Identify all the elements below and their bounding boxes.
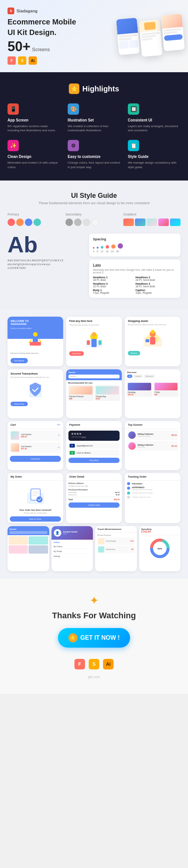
sp-dot-16 — [106, 245, 109, 249]
hero-subtitle: UI Kit Design. — [8, 28, 180, 37]
hero-tools: F S Ai — [8, 56, 180, 65]
svg-point-0 — [33, 332, 38, 337]
pay-now-btn[interactable]: Pay Now — [68, 458, 120, 463]
alphabet-upper: ABCDEFGHIJKLMNOPQRSTUVWXYZ — [8, 259, 83, 262]
figma-icon: F — [8, 56, 16, 65]
app-screen-label: App Screen — [8, 118, 60, 122]
discover-title: Discover — [127, 371, 178, 373]
siamart-screen: Siamart — [8, 526, 49, 571]
gradient-1 — [123, 219, 134, 226]
thanks-sketch-icon: S — [89, 659, 99, 669]
seller-row-1: Selling Collection Fashion & Lifestyle $… — [127, 430, 178, 440]
tracking-title: Tracking Order — [128, 475, 177, 478]
secure-btn[interactable]: Secure Pay — [11, 402, 28, 406]
style-guide-main: Ab ABCDEFGHIJKLMNOPQRSTUVWXYZ abcdefghij… — [8, 234, 180, 298]
gradient-4 — [158, 219, 169, 226]
payment-screen: Payment **** **** **** 8942 — [66, 421, 122, 470]
sp-dot-4 — [93, 247, 94, 249]
back-to-home-btn[interactable]: Back to Home — [10, 516, 61, 522]
donut-chart: 50% — [149, 537, 171, 560]
account-screen: 👤 Anabel Smith Seller Follow My Orders M… — [52, 526, 93, 571]
shopping-title: Shopping easier — [128, 320, 177, 322]
swatch-blue — [25, 219, 32, 226]
app-screens-section: WELCOME TOSIADAGANG Find your favorite f… — [0, 309, 188, 579]
order-detail-screen: Order Detail Delivery Address 123 Main S… — [66, 473, 122, 523]
style-label: Style Guide — [128, 155, 180, 159]
highlights-header: ⭐ Highlights — [8, 83, 180, 94]
body-1: Body 1 17px, Regular — [93, 289, 134, 294]
welcome-screen: WELCOME TOSIADAGANG Find your favorite f… — [8, 317, 63, 366]
spacing-numbers: 4 8 12 16 24 48 — [93, 250, 177, 253]
cta-button[interactable]: ⭐ GET IT NOW ! — [58, 628, 130, 648]
illustrator-icon: Ai — [29, 56, 37, 65]
seller-title: Top Gunner — [128, 423, 177, 426]
gradient-3 — [147, 219, 157, 226]
shopping-illustration — [143, 328, 163, 349]
screens-row-5: Siamart 👤 Anabel Smith Seller — [8, 526, 180, 571]
cta-star-icon: ⭐ — [68, 633, 77, 642]
travel-item-1: Travel Package $120 — [97, 537, 135, 545]
thanks-title: Thanks For Watching — [8, 611, 180, 621]
svg-rect-10 — [99, 340, 102, 345]
big-ab: Ab — [8, 234, 83, 256]
welcome-illustration — [26, 331, 45, 350]
track-step-3: Package delivered to Surabaya — [127, 492, 178, 495]
svg-text:50%: 50% — [158, 548, 162, 550]
screens-row-4: My Order Your order — [8, 473, 180, 523]
font-desc: Minimally and free font from Google font… — [93, 269, 177, 274]
secondary-swatches — [65, 219, 116, 226]
svg-point-7 — [92, 332, 96, 337]
svg-point-23 — [36, 496, 42, 502]
style-guide-subtitle: These fundamental elements form our visu… — [8, 201, 180, 205]
consistent-label: Consistent UI — [128, 118, 180, 122]
head-1: Headlines 1 28 Pt, Bold — [93, 276, 134, 281]
get-started-btn[interactable]: Get Started — [11, 358, 28, 363]
checkout-btn[interactable]: Checkout — [10, 456, 61, 462]
account-avatar: 👤 — [54, 529, 61, 537]
cash-option[interactable]: $ Cash on delivery — [68, 450, 120, 456]
track-step-4: Package received by carrier — [127, 496, 178, 499]
cart-screen: Cart Edit Cali Fashion $83.00 × — [8, 421, 63, 470]
screens-label: Screens — [32, 47, 50, 52]
seller-screen: Top Gunner Selling Collection Fashion & … — [125, 421, 180, 470]
highlight-app-screen: 📱 App Screen 50+ Application screens mad… — [8, 103, 60, 132]
clean-label: Clean Design — [8, 155, 60, 159]
alphabet-lower: abcdefghijklmnopqrstuvwxyz — [8, 263, 83, 266]
numbers: 1234567890 — [8, 267, 83, 269]
illustration-label: Illustration Set — [68, 118, 120, 122]
highlight-customize: ⚙ Easy to customize Change colors, font,… — [68, 140, 120, 169]
paypal-option[interactable]: P paypal@gmail.com — [68, 443, 120, 449]
spending-amount: £742.00 — [141, 530, 179, 533]
typography-section: Ab ABCDEFGHIJKLMNOPQRSTUVWXYZ abcdefghij… — [8, 234, 83, 298]
swatch-red — [8, 219, 15, 226]
screens-row-1: WELCOME TOSIADAGANG Find your favorite f… — [8, 317, 180, 366]
brand-icon: S — [8, 8, 14, 14]
screens-number: 50+ — [8, 40, 30, 53]
swatch-teal — [33, 219, 41, 226]
product-2: Orange Bag $159 — [95, 385, 120, 401]
illustration-icon: 🎨 — [68, 103, 79, 115]
sp-dot-24 — [111, 244, 115, 249]
seller-row-2: Selling Collection Best Seller $47.00 — [127, 441, 178, 451]
confirm-order-btn[interactable]: Confirm Order — [68, 502, 120, 508]
payment-title: Payment — [69, 423, 119, 426]
gradient-label: Gradient — [123, 212, 180, 216]
sp-dot-48 — [118, 243, 123, 249]
shop-now-btn[interactable]: Shop Now — [69, 351, 84, 356]
cart-title: Cart — [11, 423, 16, 426]
app-screen-desc: 50+ Application screens made including f… — [8, 124, 60, 132]
travel-item-2: Hotel Booking $89 — [97, 546, 135, 553]
head-2: Headlines 2 24 Pt, Semi Bold — [135, 276, 177, 281]
customize-desc: Change colors, font, layout and content … — [68, 161, 120, 169]
headlines-grid: Headlines 1 28 Pt, Bold Headlines 2 24 P… — [93, 276, 177, 294]
gradient-5 — [170, 219, 180, 226]
find-illustration — [84, 328, 105, 349]
track-step-2: HAPPENINGS Package received at Surabaya — [127, 486, 178, 490]
highlight-clean: ✨ Clean Design Minimalist and modern UI … — [8, 140, 60, 169]
browse-btn[interactable]: Browse — [128, 351, 140, 355]
thanks-star: ✦ — [8, 594, 180, 607]
consistent-desc: Layers are really arranged, structured a… — [128, 124, 180, 132]
font-card: Lato Minimally and free font from Google… — [89, 259, 180, 298]
travel-screen: Travel &Entertainment Pinned Products Tr… — [95, 526, 137, 571]
disc-product-2: T-Shirt $25 — [153, 382, 179, 397]
